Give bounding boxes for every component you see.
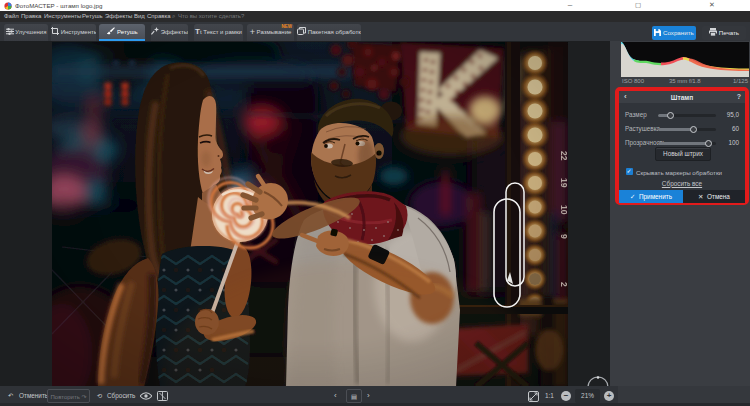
svg-text:19: 19 xyxy=(559,178,568,188)
svg-text:2: 2 xyxy=(559,282,568,287)
svg-text:22: 22 xyxy=(559,151,568,161)
svg-text:9: 9 xyxy=(559,234,568,239)
svg-text:10: 10 xyxy=(559,205,568,215)
